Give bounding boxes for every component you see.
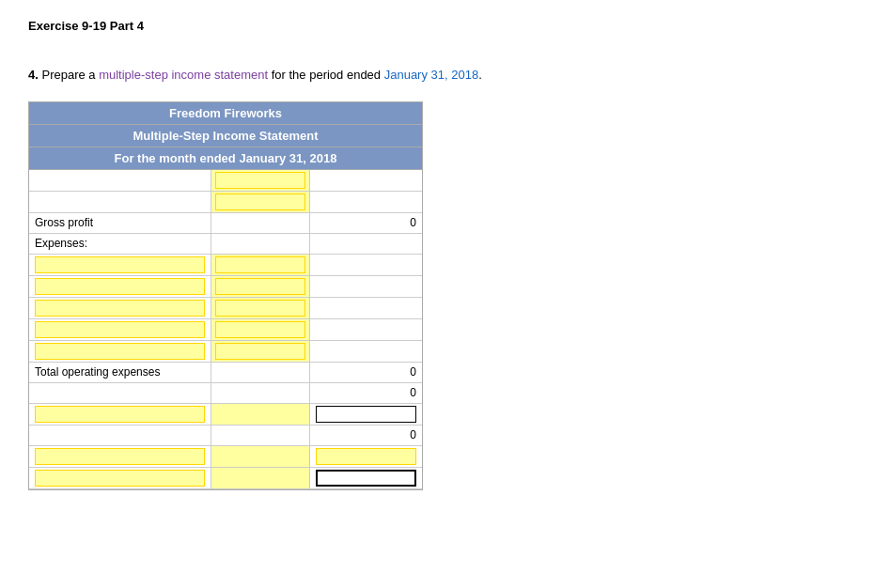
table-row bbox=[29, 404, 422, 426]
statement-table: Gross profit 0 Expenses: bbox=[29, 170, 422, 489]
instruction-body: Prepare a multiple-step income statement… bbox=[41, 68, 481, 82]
exp-row1-mid-input[interactable] bbox=[215, 256, 305, 273]
net-row2-value: 0 bbox=[310, 426, 422, 445]
bottom-row1-mid bbox=[211, 446, 310, 467]
table-row bbox=[29, 170, 422, 192]
exp-row5-label-input[interactable] bbox=[35, 343, 205, 360]
gross-profit-mid bbox=[211, 213, 310, 233]
income-statement: Freedom Fireworks Multiple-Step Income S… bbox=[28, 101, 423, 490]
instruction-number: 4. bbox=[28, 68, 39, 82]
net-row2-mid bbox=[211, 426, 310, 445]
expenses-right bbox=[310, 234, 422, 254]
exp-row5-mid-input[interactable] bbox=[215, 343, 305, 360]
gross-profit-row: Gross profit 0 bbox=[29, 213, 422, 234]
below-net-label-input[interactable] bbox=[35, 406, 205, 423]
table-row bbox=[29, 192, 422, 213]
row2-right bbox=[310, 192, 422, 212]
row2-mid[interactable] bbox=[211, 192, 310, 212]
bottom-row2-label-input[interactable] bbox=[35, 470, 205, 487]
below-net-label[interactable] bbox=[29, 404, 211, 425]
exp-row3-right bbox=[310, 298, 422, 318]
row1-label bbox=[29, 170, 211, 191]
table-row bbox=[29, 255, 422, 276]
row1-mid[interactable] bbox=[211, 170, 310, 191]
exp-row1-right bbox=[310, 255, 422, 275]
bottom-row1-right-input[interactable] bbox=[316, 448, 416, 465]
net-row1-mid bbox=[211, 383, 310, 403]
bottom-row2-label[interactable] bbox=[29, 468, 211, 488]
exp-row2-mid[interactable] bbox=[211, 276, 310, 297]
net-row1-label bbox=[29, 383, 211, 403]
total-expenses-mid bbox=[211, 363, 310, 382]
expenses-mid bbox=[211, 234, 310, 254]
total-expenses-label: Total operating expenses bbox=[29, 363, 211, 382]
exp-row4-label-input[interactable] bbox=[35, 321, 205, 338]
exp-row4-mid[interactable] bbox=[211, 319, 310, 340]
exp-row5-label[interactable] bbox=[29, 341, 211, 362]
exp-row1-label[interactable] bbox=[29, 255, 211, 275]
expenses-header-row: Expenses: bbox=[29, 234, 422, 255]
bottom-row1-right[interactable] bbox=[310, 446, 422, 467]
below-net-right-input[interactable] bbox=[316, 406, 416, 423]
gross-profit-label: Gross profit bbox=[29, 213, 211, 233]
exp-row3-mid-input[interactable] bbox=[215, 300, 305, 317]
exp-row3-label[interactable] bbox=[29, 298, 211, 318]
date-text: January 31, 2018 bbox=[384, 68, 478, 82]
statement-header2: Multiple-Step Income Statement bbox=[29, 125, 422, 147]
row1-mid-input[interactable] bbox=[215, 172, 305, 189]
row1-right bbox=[310, 170, 422, 191]
below-net-right[interactable] bbox=[310, 404, 422, 425]
table-row bbox=[29, 276, 422, 298]
row2-label bbox=[29, 192, 211, 212]
exp-row2-mid-input[interactable] bbox=[215, 278, 305, 295]
net-row2-label bbox=[29, 426, 211, 445]
bottom-row2-right-input[interactable] bbox=[316, 470, 416, 487]
total-expenses-value: 0 bbox=[310, 363, 422, 382]
statement-header1: Freedom Fireworks bbox=[29, 102, 422, 125]
row2-mid-input[interactable] bbox=[215, 193, 305, 210]
bottom-row2-right[interactable] bbox=[310, 468, 422, 488]
exp-row5-mid[interactable] bbox=[211, 341, 310, 362]
instruction-text: 4. Prepare a multiple-step income statem… bbox=[28, 66, 846, 85]
exp-row3-mid[interactable] bbox=[211, 298, 310, 318]
net-row1-value: 0 bbox=[310, 383, 422, 403]
exp-row5-right bbox=[310, 341, 422, 362]
expenses-label: Expenses: bbox=[29, 234, 211, 254]
bottom-row1-label-input[interactable] bbox=[35, 448, 205, 465]
exp-row4-right bbox=[310, 319, 422, 340]
table-row bbox=[29, 319, 422, 341]
net-row1: 0 bbox=[29, 383, 422, 404]
exp-row4-mid-input[interactable] bbox=[215, 321, 305, 338]
bottom-row2-mid bbox=[211, 468, 310, 488]
highlight-text: multiple-step income statement bbox=[99, 68, 268, 82]
table-row bbox=[29, 446, 422, 468]
exp-row2-label-input[interactable] bbox=[35, 278, 205, 295]
below-net-mid bbox=[211, 404, 310, 425]
table-row bbox=[29, 298, 422, 319]
table-row bbox=[29, 468, 422, 489]
exp-row1-label-input[interactable] bbox=[35, 256, 205, 273]
statement-header3: For the month ended January 31, 2018 bbox=[29, 147, 422, 170]
page-title: Exercise 9-19 Part 4 bbox=[28, 19, 846, 33]
gross-profit-value: 0 bbox=[310, 213, 422, 233]
bottom-row1-label[interactable] bbox=[29, 446, 211, 467]
net-row2: 0 bbox=[29, 426, 422, 446]
total-expenses-row: Total operating expenses 0 bbox=[29, 363, 422, 383]
exp-row1-mid[interactable] bbox=[211, 255, 310, 275]
exp-row2-right bbox=[310, 276, 422, 297]
exp-row3-label-input[interactable] bbox=[35, 300, 205, 317]
exp-row2-label[interactable] bbox=[29, 276, 211, 297]
table-row bbox=[29, 341, 422, 363]
exp-row4-label[interactable] bbox=[29, 319, 211, 340]
